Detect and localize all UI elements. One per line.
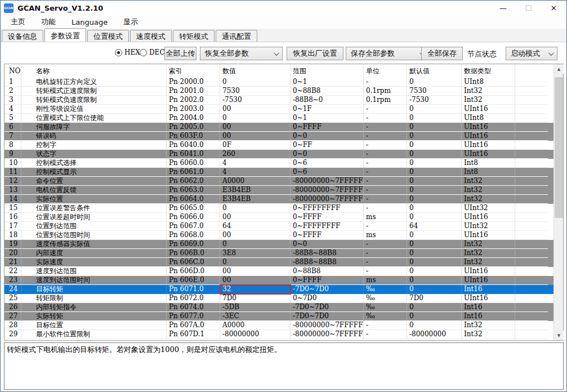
table-row[interactable]: 23 速度到达范围时间 Pn 606E.0 00 0~FFFF ms 0 UIn…: [5, 276, 553, 285]
cell-value[interactable]: 64: [220, 222, 291, 231]
menu-language[interactable]: Language: [66, 17, 113, 28]
cell-value[interactable]: 0: [220, 258, 291, 267]
cell-value[interactable]: A0000: [220, 321, 291, 330]
table-row[interactable]: 14 实际位置 Pn 6064.0 E3B4EB -80000000~7FFFF…: [5, 195, 553, 204]
radio-hex[interactable]: HEX: [115, 48, 140, 56]
table-row[interactable]: 12 命令位置 Pn 6062.0 A0000 -80000000~7FFFFF…: [5, 177, 553, 186]
menu-display[interactable]: 显示: [118, 16, 144, 28]
cell-value[interactable]: E3B4EB: [220, 186, 291, 195]
cell-value[interactable]: 00: [220, 276, 291, 285]
table-row[interactable]: 27 实际转矩 Pn 6077.0 -3EC -7D0~7D0 ‰ 0 Int1…: [5, 312, 553, 321]
factory-reset-button[interactable]: 恢复出厂设置: [287, 47, 343, 60]
table-row[interactable]: 25 转矩限制 Pn 6072.0 7D0 0~7D0 ‰ 7D0 UInt16: [5, 294, 553, 303]
cell-value[interactable]: 0F: [220, 141, 291, 150]
cell-name[interactable]: 控制字: [21, 141, 167, 150]
cell-name[interactable]: 位置模式上下限位使能: [21, 114, 167, 123]
table-row[interactable]: 10 控制模式选择 Pn 6060.0 4 0~6 - 0 Int8: [5, 159, 553, 168]
restore-all-params-dropdown[interactable]: 恢复全部参数: [200, 47, 283, 60]
cell-name[interactable]: 控制模式显示: [21, 168, 167, 177]
cell-name[interactable]: 位置到达范围时间: [21, 231, 167, 240]
cell-value[interactable]: 0: [220, 114, 291, 123]
startup-mode-dropdown[interactable]: 启动模式: [506, 47, 557, 60]
maximize-button[interactable]: ☐: [516, 1, 541, 15]
cell-name[interactable]: 伺服故障字: [21, 123, 167, 132]
cell-name[interactable]: 电机位置反馈: [21, 186, 167, 195]
cell-value[interactable]: 00: [220, 132, 291, 141]
cell-value[interactable]: E3B4EB: [220, 195, 291, 204]
table-row[interactable]: 11 控制模式显示 Pn 6061.0 4 0~6 - 0 Int8: [5, 168, 553, 177]
cell-name[interactable]: 内部转矩指令: [21, 303, 167, 312]
table-row[interactable]: 28 目标位置 Pn 607A.0 A0000 -80000000~7FFFFF…: [5, 321, 553, 330]
cell-name[interactable]: 转矩模式正速度限制: [21, 87, 167, 96]
cell-name[interactable]: 刚性等级设定值: [21, 105, 167, 114]
table-row[interactable]: 17 位置到达范围 Pn 6067.0 64 0~FFFFFFFF - 64 U…: [5, 222, 553, 231]
cell-name[interactable]: 位置误差警告条件: [21, 204, 167, 213]
vertical-scrollbar[interactable]: ▲ ▼: [553, 64, 563, 340]
upload-all-button[interactable]: 全部上传: [164, 47, 197, 60]
scroll-down-icon[interactable]: ▼: [554, 331, 564, 340]
table-row[interactable]: 16 位置误差超时时间 Pn 6066.0 00 0~FFFF ms 0 UIn…: [5, 213, 553, 222]
tab-position-mode[interactable]: 位置模式: [87, 30, 129, 42]
cell-name[interactable]: 速度传感器实际值: [21, 240, 167, 249]
cell-value[interactable]: A0000: [220, 177, 291, 186]
table-row[interactable]: 21 实际速度 Pn 606C.0 0 -88B8~88B8 - 0 Int32: [5, 258, 553, 267]
table-row[interactable]: 13 电机位置反馈 Pn 6063.0 E3B4EB -80000000~7FF…: [5, 186, 553, 195]
scrollbar-thumb[interactable]: [555, 77, 563, 218]
cell-value[interactable]: 3E8: [220, 249, 291, 258]
cell-value[interactable]: -7530: [220, 96, 291, 105]
cell-name[interactable]: 电机旋转正方向定义: [21, 78, 167, 87]
cell-name[interactable]: 位置到达范围: [21, 222, 167, 231]
menu-home[interactable]: 主页: [5, 16, 31, 28]
cell-value[interactable]: 00: [220, 213, 291, 222]
cell-name[interactable]: 最小软件位置限制: [21, 330, 167, 339]
table-row[interactable]: 15 位置误差警告条件 Pn 6065.0 0 0~FFFFFFFF - 0 U…: [5, 204, 553, 213]
cell-name[interactable]: 目标位置: [21, 321, 167, 330]
cell-value[interactable]: -80000000: [220, 330, 291, 339]
cell-value[interactable]: 00: [220, 267, 291, 276]
cell-value[interactable]: 0: [220, 78, 291, 87]
cell-name[interactable]: 目标转矩: [21, 285, 167, 294]
cell-value[interactable]: 32: [220, 285, 291, 294]
save-all-params-dropdown[interactable]: 保存全部参数: [346, 47, 428, 60]
table-row[interactable]: 9 状态字 Pn 6041.0 260 0~0 - 0 UInt16: [5, 150, 553, 159]
radio-dec[interactable]: DEC: [140, 48, 165, 56]
table-row[interactable]: 29 最小软件位置限制 Pn 607D.1 -80000000 -8000000…: [5, 330, 553, 339]
table-row[interactable]: 3 转矩模式负速度限制 Pn 2002.0 -7530 -88B8~0 0.1r…: [5, 96, 553, 105]
scroll-up-icon[interactable]: ▲: [554, 64, 564, 74]
tab-parameter-settings[interactable]: 参数设置: [44, 28, 86, 42]
minimize-button[interactable]: —: [490, 1, 516, 15]
close-button[interactable]: ✕: [541, 1, 566, 15]
table-row[interactable]: 19 速度传感器实际值 Pn 6069.0 0 0~0 - 0 Int32: [5, 240, 553, 249]
save-all-button[interactable]: 全部保存: [421, 47, 463, 60]
cell-value[interactable]: -3EC: [220, 312, 291, 321]
cell-name[interactable]: 速度到达范围: [21, 267, 167, 276]
table-row[interactable]: 1 电机旋转正方向定义 Pn 2000.0 0 0~1 - 0 UInt8: [5, 78, 553, 87]
table-row[interactable]: 20 内部速度 Pn 606B.0 3E8 -88B8~88B8 - 0 Int…: [5, 249, 553, 258]
table-row[interactable]: 26 内部转矩指令 Pn 6074.0 -5DB -7D0~7D0 ‰ 0 In…: [5, 303, 553, 312]
table-row[interactable]: 22 速度到达范围 Pn 606D.0 00 0~88B8 - 0 UInt16: [5, 267, 553, 276]
cell-name[interactable]: 命令位置: [21, 177, 167, 186]
cell-value[interactable]: 4: [220, 168, 291, 177]
cell-value[interactable]: 0: [220, 240, 291, 249]
cell-name[interactable]: 实际转矩: [21, 312, 167, 321]
cell-value[interactable]: 4: [220, 159, 291, 168]
table-row[interactable]: 7 错误码 Pn 603F.0 00 0~0 - 0 UInt16: [5, 132, 553, 141]
table-row[interactable]: 24 目标转矩 Pn 6071.0 32 -7D0~7D0 ‰ 0 Int16: [5, 285, 553, 294]
cell-name[interactable]: 实际速度: [21, 258, 167, 267]
cell-name[interactable]: 位置误差超时时间: [21, 213, 167, 222]
table-row[interactable]: 4 刚性等级设定值 Pn 2003.0 00 0~1F - 0 UInt16: [5, 105, 553, 114]
table-row[interactable]: 2 转矩模式正速度限制 Pn 2001.0 7530 0~88B8 0.1rpm…: [5, 87, 553, 96]
cell-name[interactable]: 控制模式选择: [21, 159, 167, 168]
menu-function[interactable]: 功能: [35, 16, 61, 28]
cell-value[interactable]: 7530: [220, 87, 291, 96]
cell-value[interactable]: 00: [220, 123, 291, 132]
cell-name[interactable]: 转矩模式负速度限制: [21, 96, 167, 105]
cell-value[interactable]: -5DB: [220, 303, 291, 312]
cell-name[interactable]: 错误码: [21, 132, 167, 141]
tab-device-info[interactable]: 设备信息: [2, 30, 43, 42]
cell-name[interactable]: 状态字: [21, 150, 167, 159]
cell-value[interactable]: 0: [220, 204, 291, 213]
table-row[interactable]: 18 位置到达范围时间 Pn 6068.0 00 0~FFFF ms 0 UIn…: [5, 231, 553, 240]
cell-name[interactable]: 内部速度: [21, 249, 167, 258]
tab-speed-mode[interactable]: 速度模式: [130, 30, 172, 42]
